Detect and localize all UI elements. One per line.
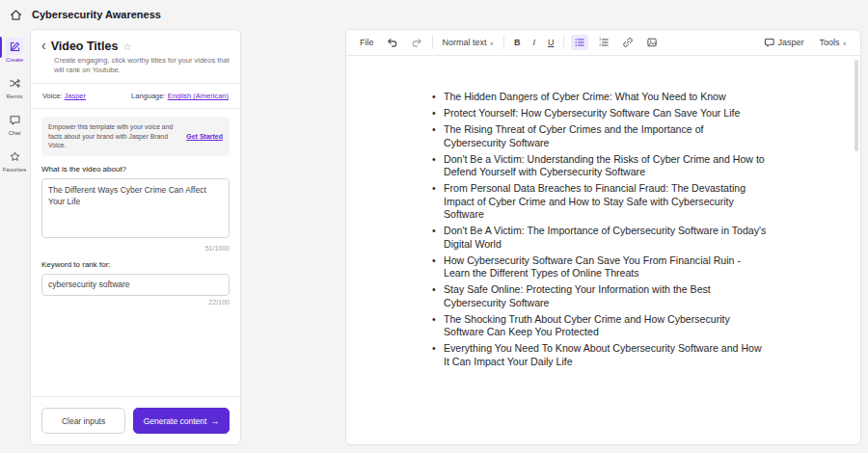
svg-text:2: 2 — [600, 43, 602, 47]
sidebar-item-label: Create — [6, 57, 23, 63]
sidebar-item-remix[interactable]: Remix — [0, 71, 29, 102]
title-item: Everything You Need To Know About Cybers… — [431, 342, 769, 368]
create-icon — [6, 38, 23, 55]
template-form-panel: ‹ Video Titles ☆ Create engaging, click … — [30, 29, 241, 445]
undo-icon[interactable] — [384, 35, 401, 50]
svg-text:1: 1 — [600, 38, 602, 41]
topbar: Cybersecurity Awareness — [0, 0, 868, 29]
title-item: The Hidden Dangers of Cyber Crime: What … — [431, 91, 769, 104]
template-description: Create engaging, click worthy titles for… — [54, 56, 230, 75]
keyword-field-label: Keyword to rank for: — [41, 260, 230, 269]
get-started-link[interactable]: Get Started — [186, 133, 223, 140]
template-title: Video Titles — [51, 40, 119, 53]
title-item: The Rising Threat of Cyber Crimes and th… — [431, 123, 769, 149]
title-item: Don't Be a Victim: Understanding the Ris… — [431, 153, 769, 179]
editor-scrollbar[interactable] — [854, 60, 858, 151]
editor-toolbar: File Normal text ∨ B I U — [346, 30, 860, 56]
generate-content-label: Generate content — [144, 416, 207, 426]
chat-icon — [6, 111, 23, 128]
sidebar-item-label: Chat — [9, 130, 21, 136]
remix-icon — [6, 74, 23, 92]
sidebar-item-label: Remix — [6, 93, 22, 99]
redo-icon[interactable] — [408, 35, 425, 50]
arrow-right-icon: → — [210, 416, 219, 426]
editor-content[interactable]: The Hidden Dangers of Cyber Crime: What … — [346, 56, 860, 444]
language-group: Language: English (American) — [131, 92, 229, 100]
image-button[interactable] — [643, 35, 661, 50]
document-title: Cybersecurity Awareness — [32, 9, 161, 20]
title-item: From Personal Data Breaches to Financial… — [431, 182, 769, 222]
form-footer: Clear inputs Generate content → — [31, 396, 240, 444]
clear-inputs-button[interactable]: Clear inputs — [41, 408, 125, 434]
editor-panel: File Normal text ∨ B I U — [345, 29, 861, 445]
back-button[interactable]: ‹ — [41, 39, 46, 52]
about-char-counter: 51/1000 — [41, 245, 230, 252]
divider — [31, 108, 240, 109]
chevron-down-icon: ∨ — [490, 40, 494, 46]
sidebar-item-chat[interactable]: Chat — [0, 108, 29, 139]
favorites-star-icon — [6, 147, 23, 165]
about-textarea[interactable]: The Different Ways Cyber Crime Can Affec… — [41, 178, 230, 238]
sidebar-rail: Create Remix Chat Favor — [0, 29, 29, 453]
bold-button[interactable]: B — [511, 36, 524, 49]
home-icon[interactable] — [9, 8, 23, 22]
jasper-icon — [764, 37, 775, 48]
title-item: The Shocking Truth About Cyber Crime and… — [431, 313, 769, 339]
generate-content-button[interactable]: Generate content → — [133, 408, 230, 434]
about-field-label: What is the video about? — [41, 165, 230, 173]
title-item: Stay Safe Online: Protecting Your Inform… — [431, 283, 769, 309]
sidebar-item-label: Favorites — [3, 167, 27, 173]
voice-language-row: Voice: Jasper Language: English (America… — [41, 84, 230, 108]
toolbar-separator — [432, 36, 433, 49]
paragraph-style-value: Normal text — [443, 38, 487, 47]
generated-titles-list: The Hidden Dangers of Cyber Crime: What … — [431, 91, 769, 368]
language-link[interactable]: English (American) — [168, 92, 229, 100]
bullet-list-button[interactable] — [571, 35, 588, 50]
form-header: ‹ Video Titles ☆ — [41, 40, 230, 53]
tools-dropdown[interactable]: Tools ∨ — [817, 36, 850, 49]
sidebar-item-create[interactable]: Create — [0, 35, 29, 66]
paragraph-style-dropdown[interactable]: Normal text ∨ — [440, 36, 497, 49]
toolbar-separator — [503, 36, 504, 49]
keyword-input[interactable] — [41, 274, 230, 296]
title-item: How Cybersecurity Software Can Save You … — [431, 254, 769, 280]
favorite-star-icon[interactable]: ☆ — [122, 41, 131, 52]
sidebar-item-favorites[interactable]: Favorites — [0, 145, 29, 175]
voice-label: Voice: — [42, 92, 62, 100]
toolbar-separator — [563, 36, 564, 49]
underline-button[interactable]: U — [545, 36, 557, 49]
jasper-label: Jasper — [778, 38, 804, 47]
form-scroll-area: ‹ Video Titles ☆ Create engaging, click … — [31, 30, 240, 396]
brand-voice-banner: Empower this template with your voice an… — [41, 117, 230, 156]
tools-label: Tools — [820, 38, 840, 47]
italic-button[interactable]: I — [529, 36, 538, 49]
keyword-char-counter: 22/100 — [41, 299, 230, 306]
title-item: Protect Yourself: How Cybersecurity Soft… — [431, 107, 769, 120]
voice-group: Voice: Jasper — [42, 92, 86, 100]
brand-voice-text: Empower this template with your voice an… — [48, 122, 178, 150]
language-label: Language: — [131, 92, 165, 100]
link-button[interactable] — [619, 35, 637, 50]
ordered-list-button[interactable]: 1 2 — [595, 35, 612, 50]
file-menu[interactable]: File — [357, 36, 377, 49]
title-item: Don't Be A Victim: The Importance of Cyb… — [431, 225, 769, 251]
app-root: Cybersecurity Awareness Create Remix — [0, 0, 868, 453]
voice-link[interactable]: Jasper — [65, 92, 87, 100]
toolbar-right-group: Jasper Tools ∨ — [761, 35, 850, 50]
jasper-assistant-button[interactable]: Jasper — [761, 35, 807, 50]
chevron-down-icon: ∨ — [843, 40, 847, 46]
